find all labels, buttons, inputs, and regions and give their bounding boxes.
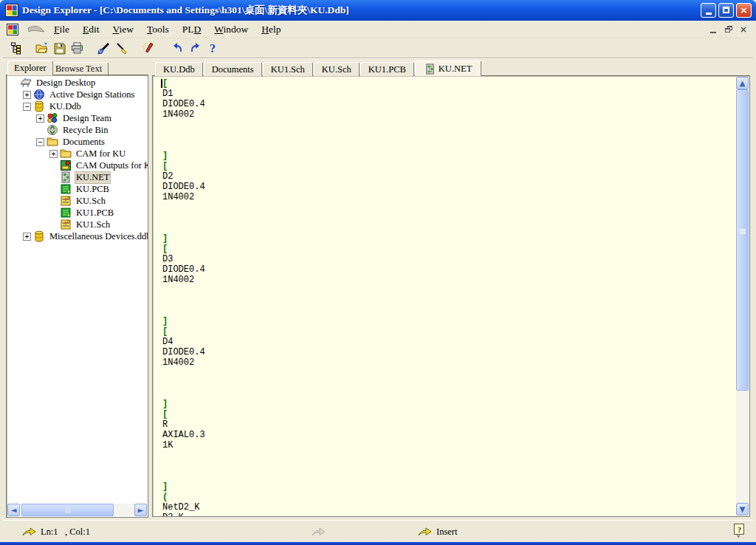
editor-line: [ [162, 78, 735, 89]
open-document-button[interactable] [32, 41, 50, 57]
tree-item-ku-ddb[interactable]: − KU.Ddb [7, 100, 148, 112]
document-tab-ku1-pcb[interactable]: KU1.PCB [360, 62, 414, 76]
tree-item-cam-outputs-for-ku[interactable]: CAM Outputs for KU [7, 160, 148, 171]
tree-item-miscellaneous-devices-ddb[interactable]: + Miscellaneous Devices.ddb [7, 230, 148, 242]
editor-vertical-scrollbar[interactable]: ▲ ▼ [736, 77, 749, 515]
tree-item-design-team[interactable]: + Design Team [7, 112, 148, 124]
menu-item[interactable]: PLD [176, 21, 208, 38]
mdi-minimize-button[interactable] [707, 24, 721, 35]
editor-line: 1N4002 [162, 275, 735, 285]
help-button[interactable]: ? [204, 41, 221, 57]
redo-arrow-icon [189, 42, 202, 55]
knife-tool-button[interactable] [139, 41, 157, 57]
tree-toggle-icon [10, 42, 23, 55]
main-toolbar: ? [3, 38, 753, 58]
mdi-close-button[interactable]: × [737, 24, 750, 35]
collapse-minus-icon[interactable]: − [23, 103, 31, 111]
tree-item-ku-pcb[interactable]: KU.PCB [7, 183, 148, 195]
editor-line [162, 285, 735, 295]
design-explorer-window: Design Explorer - [C:\Documents and Sett… [0, 0, 756, 545]
tree-item-ku-net[interactable]: KU.NET [7, 171, 148, 183]
editor-line: [ [162, 161, 735, 171]
netlist-doc-icon [60, 171, 72, 183]
scrollbar-thumb[interactable] [21, 504, 114, 516]
editor-line [162, 202, 735, 213]
maximize-button[interactable] [718, 3, 734, 18]
expand-plus-icon[interactable]: + [49, 150, 58, 158]
scroll-left-button[interactable]: ◄ [7, 504, 20, 516]
printer-icon [71, 42, 83, 55]
tree-item-cam-for-ku[interactable]: + CAM for KU [7, 148, 148, 160]
editor-line: DIODE0.4 [162, 347, 735, 357]
tree-item-active-design-stations[interactable]: + Active Design Stations [7, 89, 148, 100]
document-tab-ku-net[interactable]: KU.NET [415, 61, 481, 76]
undo-button[interactable] [168, 41, 186, 57]
scroll-down-button[interactable]: ▼ [736, 503, 749, 515]
mdi-restore-button[interactable] [722, 24, 735, 35]
maximize-icon [723, 7, 729, 13]
editor-line: ] [162, 316, 735, 326]
tab-browse-text[interactable]: Browse Text [49, 62, 109, 75]
expand-plus-icon[interactable]: + [23, 233, 31, 241]
editor-line: DIODE0.4 [162, 264, 735, 275]
menu-pulldown-arrow-icon[interactable] [27, 25, 46, 35]
menu-item[interactable]: View [106, 21, 140, 38]
folder-icon [47, 136, 58, 148]
tree-item-recycle-bin[interactable]: Recycle Bin [7, 124, 148, 136]
editor-line: D3 [162, 254, 735, 264]
editor-line: [ [162, 326, 735, 337]
menu-item[interactable]: Tools [140, 21, 176, 38]
tree-horizontal-scrollbar[interactable]: ◄ ► [7, 504, 147, 516]
yellow-jump-arrow-icon [22, 527, 36, 537]
insert-mode-indicator: Insert [436, 527, 457, 538]
tree-item-design-desktop[interactable]: Design Desktop [7, 77, 148, 89]
explorer-panel-toggle-button[interactable] [7, 41, 25, 57]
tab-explorer[interactable]: Explorer [7, 61, 53, 75]
editor-line: R [162, 419, 735, 430]
protel-logo-icon[interactable] [5, 4, 18, 17]
document-tab-documents[interactable]: Documents [204, 62, 262, 76]
scrollbar-thumb[interactable] [736, 89, 749, 391]
menu-item[interactable]: Edit [76, 21, 106, 38]
team-icon [47, 112, 58, 124]
pen-icon [115, 42, 128, 55]
close-icon: × [740, 4, 748, 16]
menu-item[interactable]: Help [255, 21, 287, 38]
tree-item-documents[interactable]: − Documents [7, 136, 148, 148]
scroll-up-button[interactable]: ▲ [736, 77, 749, 89]
cam-doc-icon [60, 160, 72, 171]
editor-line [162, 306, 735, 316]
protel-logo-icon[interactable] [7, 24, 18, 35]
document-tab-ku1-sch[interactable]: KU1.Sch [263, 62, 313, 76]
status-bar: Ln:1 , Col:1 Insert ? [3, 520, 753, 542]
menu-item[interactable]: Window [207, 21, 255, 38]
save-button[interactable] [50, 41, 68, 57]
minimize-button[interactable] [701, 3, 716, 18]
recycle-bin-icon [47, 124, 58, 136]
scroll-right-button[interactable]: ► [134, 504, 147, 516]
tree-item-ku1-sch[interactable]: KU1.Sch [7, 219, 148, 230]
editor-line: NetD2_K [162, 502, 735, 513]
menu-item[interactable]: File [47, 21, 76, 38]
redo-button[interactable] [186, 41, 204, 57]
brush-tool-button[interactable] [94, 41, 112, 57]
collapse-minus-icon[interactable]: − [36, 138, 44, 146]
close-button[interactable]: × [736, 3, 752, 18]
netlist-text-editor[interactable]: [D1DIODE0.41N4002 ][D2DIODE0.41N4002 ][D… [152, 75, 750, 517]
help-note-icon[interactable]: ? [733, 523, 746, 539]
tree-item-ku1-pcb[interactable]: KU1.PCB [7, 207, 148, 219]
editor-line: ] [162, 481, 735, 492]
editor-line [162, 213, 735, 223]
expand-plus-icon[interactable]: + [36, 114, 44, 123]
mdi-window-controls: × [707, 24, 750, 35]
document-tab-ku-sch[interactable]: KU.Sch [314, 62, 360, 76]
cursor-position: Ln:1 , Col:1 [41, 527, 90, 538]
document-tab-ku-ddb[interactable]: KU.Ddb [155, 62, 203, 76]
editor-line: AXIAL0.3 [162, 430, 735, 440]
expand-plus-icon[interactable]: + [23, 91, 31, 99]
editor-line [162, 120, 735, 130]
editor-line [162, 130, 735, 140]
print-button[interactable] [68, 41, 86, 57]
tree-item-ku-sch[interactable]: KU.Sch [7, 195, 148, 207]
pen-tool-button[interactable] [112, 41, 130, 57]
